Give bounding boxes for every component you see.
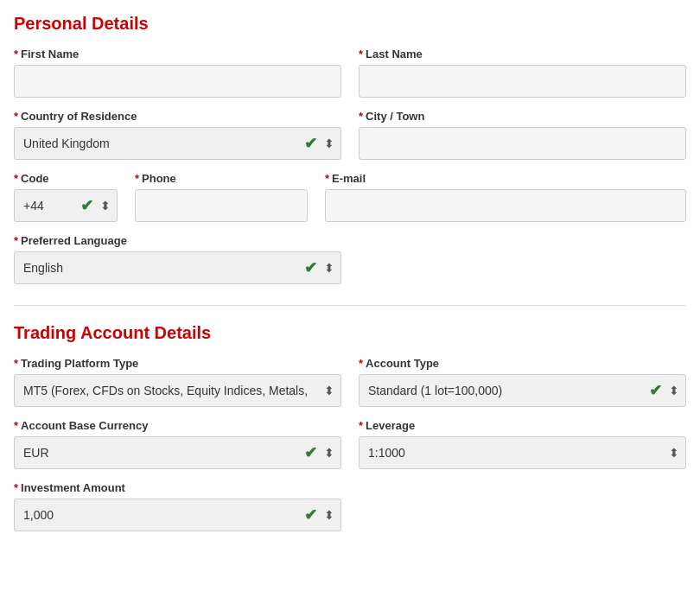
- code-phone-email-row: *Code +44 +1 +49 ✔ ⬍ *Phone *E-mail: [14, 172, 686, 222]
- language-select-wrapper: English Spanish German French ✔ ⬍: [14, 251, 341, 284]
- language-select[interactable]: English Spanish German French: [14, 251, 341, 284]
- email-required-star: *: [325, 172, 329, 185]
- last-name-required-star: *: [359, 48, 363, 60]
- city-input[interactable]: [359, 127, 686, 160]
- code-group: *Code +44 +1 +49 ✔ ⬍: [14, 172, 118, 222]
- last-name-label: *Last Name: [359, 48, 686, 60]
- account-type-required-star: *: [359, 357, 363, 370]
- email-input[interactable]: [325, 189, 686, 222]
- currency-group: *Account Base Currency EUR USD GBP ✔ ⬍: [14, 419, 341, 469]
- language-row: *Preferred Language English Spanish Germ…: [14, 234, 686, 284]
- trading-account-section: Trading Account Details *Trading Platfor…: [14, 323, 686, 531]
- section-divider: [14, 305, 686, 306]
- currency-select-wrapper: EUR USD GBP ✔ ⬍: [14, 436, 341, 469]
- currency-select[interactable]: EUR USD GBP: [14, 436, 341, 469]
- account-type-label: *Account Type: [359, 357, 686, 370]
- platform-select-wrapper: MT5 (Forex, CFDs on Stocks, Equity Indic…: [14, 374, 341, 407]
- country-city-row: *Country of Residence United Kingdom Uni…: [14, 110, 686, 160]
- leverage-select[interactable]: 1:1000 1:500 1:200 1:100: [359, 436, 686, 469]
- language-group: *Preferred Language English Spanish Germ…: [14, 234, 341, 284]
- personal-details-section: Personal Details *First Name *Last Name …: [14, 14, 686, 284]
- first-name-label: *First Name: [14, 48, 341, 60]
- leverage-required-star: *: [359, 419, 363, 432]
- currency-label: *Account Base Currency: [14, 419, 341, 432]
- email-group: *E-mail: [325, 172, 686, 222]
- first-name-input[interactable]: [14, 65, 341, 98]
- leverage-group: *Leverage 1:1000 1:500 1:200 1:100 ⬍: [359, 419, 686, 469]
- country-required-star: *: [14, 110, 18, 123]
- personal-details-title: Personal Details: [14, 14, 686, 34]
- code-select-wrapper: +44 +1 +49 ✔ ⬍: [14, 189, 118, 222]
- phone-label: *Phone: [135, 172, 308, 185]
- language-spacer: [359, 234, 686, 284]
- account-type-group: *Account Type Standard (1 lot=100,000) M…: [359, 357, 686, 407]
- currency-leverage-row: *Account Base Currency EUR USD GBP ✔ ⬍ *…: [14, 419, 686, 469]
- investment-required-star: *: [14, 481, 18, 494]
- last-name-input[interactable]: [359, 65, 686, 98]
- country-group: *Country of Residence United Kingdom Uni…: [14, 110, 341, 160]
- investment-row: *Investment Amount 1,000 5,000 10,000 50…: [14, 481, 686, 531]
- first-name-group: *First Name: [14, 48, 341, 98]
- city-label: *City / Town: [359, 110, 686, 123]
- phone-input[interactable]: [135, 189, 308, 222]
- email-label: *E-mail: [325, 172, 686, 185]
- phone-required-star: *: [135, 172, 139, 185]
- country-label: *Country of Residence: [14, 110, 341, 123]
- phone-group: *Phone: [135, 172, 308, 222]
- investment-spacer: [359, 481, 686, 531]
- investment-select[interactable]: 1,000 5,000 10,000 50,000: [14, 499, 341, 531]
- trading-account-title: Trading Account Details: [14, 323, 686, 343]
- investment-select-wrapper: 1,000 5,000 10,000 50,000 ✔ ⬍: [14, 499, 341, 531]
- leverage-label: *Leverage: [359, 419, 686, 432]
- first-name-required-star: *: [14, 48, 18, 60]
- platform-account-row: *Trading Platform Type MT5 (Forex, CFDs …: [14, 357, 686, 407]
- platform-required-star: *: [14, 357, 18, 370]
- account-type-select-wrapper: Standard (1 lot=100,000) Mini Micro ✔ ⬍: [359, 374, 686, 407]
- platform-label: *Trading Platform Type: [14, 357, 341, 370]
- city-group: *City / Town: [359, 110, 686, 160]
- country-select[interactable]: United Kingdom United States Germany Fra…: [14, 127, 341, 160]
- city-required-star: *: [359, 110, 363, 123]
- last-name-group: *Last Name: [359, 48, 686, 98]
- currency-required-star: *: [14, 419, 18, 432]
- investment-label: *Investment Amount: [14, 481, 341, 494]
- investment-group: *Investment Amount 1,000 5,000 10,000 50…: [14, 481, 341, 531]
- code-required-star: *: [14, 172, 18, 185]
- leverage-select-wrapper: 1:1000 1:500 1:200 1:100 ⬍: [359, 436, 686, 469]
- code-label: *Code: [14, 172, 118, 185]
- name-row: *First Name *Last Name: [14, 48, 686, 98]
- platform-select[interactable]: MT5 (Forex, CFDs on Stocks, Equity Indic…: [14, 374, 341, 407]
- code-select[interactable]: +44 +1 +49: [14, 189, 118, 222]
- language-label: *Preferred Language: [14, 234, 341, 247]
- account-type-select[interactable]: Standard (1 lot=100,000) Mini Micro: [359, 374, 686, 407]
- language-required-star: *: [14, 234, 18, 247]
- platform-group: *Trading Platform Type MT5 (Forex, CFDs …: [14, 357, 341, 407]
- country-select-wrapper: United Kingdom United States Germany Fra…: [14, 127, 341, 160]
